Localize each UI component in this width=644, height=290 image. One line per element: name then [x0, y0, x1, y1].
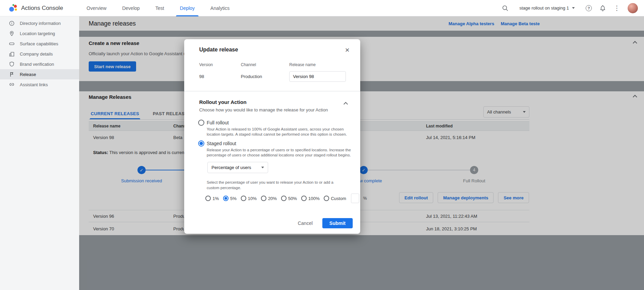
percent-label: 5% [230, 196, 237, 201]
sidebar-item-directory-information[interactable]: Directory information [0, 18, 79, 28]
radio-icon [301, 196, 307, 201]
nav-test[interactable]: Test [148, 0, 172, 16]
radio-icon [241, 196, 246, 201]
nav-deploy[interactable]: Deploy [172, 0, 203, 16]
radio-icon [281, 196, 287, 201]
sidebar-item-label: Brand verification [20, 62, 54, 67]
version-value: 98 [199, 74, 204, 79]
percent-option-5[interactable]: 5% [223, 196, 237, 201]
shield-icon [9, 61, 15, 67]
capability-pill-icon [9, 41, 15, 47]
actions-console-logo [9, 4, 18, 13]
release-name-input[interactable] [289, 71, 346, 82]
sidebar-item-label: Company details [20, 51, 53, 57]
nav-analytics[interactable]: Analytics [203, 0, 237, 16]
building-icon [9, 51, 15, 57]
project-name: stage rollout on staging 1 [519, 5, 569, 11]
sidebar-item-label: Surface capabilities [20, 41, 58, 46]
percent-option-1[interactable]: 1% [205, 196, 219, 201]
percentage-options: 1% 5% 10% 20% 50% 100% Custom % [205, 193, 367, 203]
project-selector[interactable]: stage rollout on staging 1 [519, 5, 575, 11]
help-glyph: ? [588, 6, 590, 10]
staged-rollout-label[interactable]: Staged rollout [207, 141, 236, 146]
full-rollout-radio[interactable] [198, 120, 204, 126]
rollout-method-select[interactable]: Percentage of users [207, 162, 268, 173]
percent-label: 10% [248, 196, 257, 201]
cancel-button[interactable]: Cancel [298, 220, 313, 226]
divider [184, 91, 360, 91]
rollout-method-value: Percentage of users [211, 165, 251, 170]
help-icon[interactable]: ? [586, 5, 592, 11]
topbar-actions: stage rollout on staging 1 ? ⋮ [502, 3, 644, 13]
brand: Actions Console [0, 4, 63, 13]
avatar[interactable] [628, 3, 638, 13]
sidebar-item-assistant-links[interactable]: Assistant links [0, 79, 79, 90]
radio-icon [261, 196, 266, 201]
rollout-section-title: Rollout your Action [199, 99, 247, 105]
full-rollout-description: Your Action is released to 100% of Googl… [207, 127, 355, 137]
notifications-icon[interactable] [599, 5, 606, 12]
info-icon [9, 20, 15, 26]
submit-button[interactable]: Submit [322, 218, 353, 228]
modal-scrim[interactable] [79, 16, 644, 290]
primary-nav: Overview Develop Test Deploy Analytics [79, 0, 237, 16]
top-app-bar: Actions Console Overview Develop Test De… [0, 0, 644, 16]
sidebar: Directory information Location targeting… [0, 16, 79, 290]
app-title: Actions Console [21, 5, 63, 12]
channel-value: Production [241, 74, 262, 79]
percent-option-100[interactable]: 100% [301, 196, 320, 201]
staged-rollout-description: Release your Action to a percentage of u… [207, 148, 355, 158]
radio-icon [205, 196, 211, 201]
sidebar-item-label: Assistant links [20, 82, 48, 87]
update-release-dialog: Update release ✕ Version Channel Release… [184, 39, 360, 234]
percent-option-10[interactable]: 10% [241, 196, 257, 201]
chevron-up-icon[interactable] [343, 102, 348, 106]
release-icon [9, 72, 15, 77]
radio-icon [324, 196, 329, 201]
percentage-hint: Select the percentage of user you want t… [207, 180, 343, 190]
dialog-footer: Cancel Submit [298, 218, 353, 228]
percent-label: 100% [308, 196, 320, 201]
sidebar-item-label: Release [20, 72, 36, 77]
sidebar-item-release[interactable]: Release [0, 69, 79, 79]
sidebar-item-label: Location targeting [20, 31, 55, 36]
version-label: Version [199, 62, 213, 67]
percent-label: 1% [213, 196, 219, 201]
rollout-section-subtitle: Choose how you would like to manage the … [199, 107, 328, 112]
more-options-icon[interactable]: ⋮ [614, 5, 620, 11]
release-name-label: Release name [289, 62, 316, 67]
percent-option-50[interactable]: 50% [281, 196, 297, 201]
staged-rollout-radio[interactable] [198, 140, 204, 147]
sidebar-item-label: Directory information [20, 21, 61, 26]
link-icon [9, 82, 15, 88]
search-icon[interactable] [502, 5, 509, 12]
sidebar-item-brand-verification[interactable]: Brand verification [0, 59, 79, 69]
percent-label: Custom [331, 196, 346, 201]
caret-down-icon [572, 7, 575, 9]
nav-overview[interactable]: Overview [79, 0, 114, 16]
sidebar-item-surface-capabilities[interactable]: Surface capabilities [0, 39, 79, 49]
percent-label: 20% [268, 196, 277, 201]
percent-suffix: % [363, 196, 367, 201]
percent-option-custom[interactable]: Custom [324, 196, 346, 201]
full-rollout-label[interactable]: Full rollout [207, 120, 229, 125]
location-pin-icon [9, 31, 15, 36]
percent-option-20[interactable]: 20% [261, 196, 277, 201]
percent-label: 50% [288, 196, 297, 201]
nav-develop[interactable]: Develop [114, 0, 147, 16]
close-icon[interactable]: ✕ [343, 46, 351, 54]
channel-label: Channel [241, 62, 256, 67]
radio-selected-icon [223, 196, 229, 201]
sidebar-item-location-targeting[interactable]: Location targeting [0, 28, 79, 39]
caret-down-icon [261, 167, 264, 168]
sidebar-item-company-details[interactable]: Company details [0, 49, 79, 59]
dialog-title: Update release [199, 47, 238, 53]
custom-percentage-input[interactable] [351, 194, 359, 203]
